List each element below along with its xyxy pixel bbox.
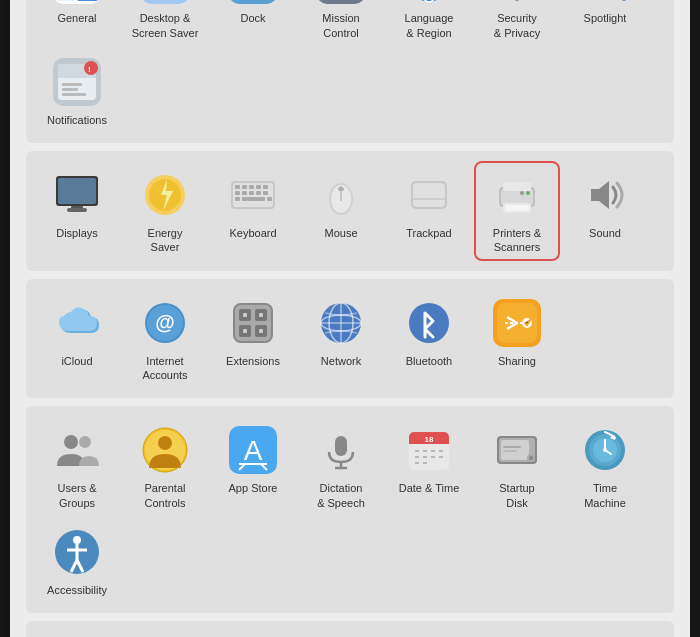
svg-rect-71 [242,197,247,201]
pref-item-general[interactable]: File New One General [34,0,120,46]
section-other: Flash Player NTFS for Mac NTFS forMac OS… [26,621,674,637]
section-internet: iCloud @ InternetAccounts [26,279,674,399]
pref-item-startup-disk[interactable]: StartupDisk [474,416,560,516]
desktop-screensaver-label: Desktop &Screen Saver [132,11,199,40]
language-region-label: Language& Region [405,11,454,40]
spotlight-label: Spotlight [584,11,627,25]
pref-item-notifications[interactable]: ! Notifications [34,48,120,133]
svg-text:!: ! [88,65,91,74]
pref-item-mission-control[interactable]: MissionControl [298,0,384,46]
svg-rect-79 [413,183,445,207]
svg-rect-65 [235,191,240,195]
svg-rect-47 [62,83,82,86]
sharing-label: Sharing [498,354,536,368]
date-time-icon: 18 [403,424,455,476]
app-store-label: App Store [229,481,278,495]
preferences-content: File New One General [10,0,690,637]
pref-item-dock[interactable]: Dock [210,0,296,46]
svg-point-87 [526,191,530,195]
dictation-speech-label: Dictation& Speech [317,481,365,510]
pref-item-sharing[interactable]: Sharing [474,289,560,389]
section-system: Users &Groups ParentalControls [26,406,674,613]
pref-item-parental-controls[interactable]: ParentalControls [122,416,208,516]
pref-item-date-time[interactable]: 18 Date & Time [386,416,472,516]
pref-item-dictation-speech[interactable]: Dictation& Speech [298,416,384,516]
pref-item-printers-scanners[interactable]: Printers &Scanners [474,161,560,261]
pref-item-security-privacy[interactable]: Security& Privacy [474,0,560,46]
pref-item-internet-accounts[interactable]: @ InternetAccounts [122,289,208,389]
pref-item-extensions[interactable]: Extensions [210,289,296,389]
icloud-label: iCloud [61,354,92,368]
energy-saver-icon [139,169,191,221]
svg-rect-15 [229,0,277,4]
pref-item-spotlight[interactable]: Spotlight [562,0,648,46]
pref-item-icloud[interactable]: iCloud [34,289,120,389]
pref-item-trackpad[interactable]: Trackpad [386,161,472,261]
section-personal: File New One General [26,0,674,143]
system-preferences-window: ‹ › System Preferences 🔍 ✖ [10,0,690,637]
security-privacy-label: Security& Privacy [494,11,540,40]
pref-item-keyboard[interactable]: Keyboard [210,161,296,261]
svg-text:A: A [244,435,263,466]
icloud-icon [51,297,103,349]
internet-accounts-label: InternetAccounts [142,354,187,383]
trackpad-icon [403,169,455,221]
pref-item-mouse[interactable]: Mouse [298,161,384,261]
svg-rect-143 [503,446,521,448]
svg-point-111 [64,435,78,449]
svg-rect-70 [235,197,240,201]
printers-scanners-icon [491,169,543,221]
svg-text:@: @ [155,311,175,333]
svg-point-112 [79,436,91,448]
pref-item-network[interactable]: Network [298,289,384,389]
svg-point-77 [338,187,344,191]
pref-item-ntfs-mac[interactable]: NTFS for Mac NTFS forMac OS X [122,631,208,637]
svg-text:18: 18 [425,435,434,444]
spotlight-icon [579,0,631,6]
pref-item-energy-saver[interactable]: EnergySaver [122,161,208,261]
pref-item-desktop-screensaver[interactable]: Desktop &Screen Saver [122,0,208,46]
dictation-speech-icon [315,424,367,476]
app-store-icon: A [227,424,279,476]
pref-item-displays[interactable]: Displays [34,161,120,261]
svg-point-153 [73,536,81,544]
svg-rect-63 [256,185,261,189]
pref-item-time-machine[interactable]: TimeMachine [562,416,648,516]
trackpad-label: Trackpad [406,226,451,240]
pref-item-users-groups[interactable]: Users &Groups [34,416,120,516]
svg-rect-144 [503,450,517,452]
startup-disk-label: StartupDisk [499,481,534,510]
svg-rect-69 [263,191,268,195]
internet-accounts-icon: @ [139,297,191,349]
mission-control-label: MissionControl [322,11,359,40]
pref-item-flash-player[interactable]: Flash Player [34,631,120,637]
svg-rect-73 [267,197,272,201]
displays-label: Displays [56,226,98,240]
printers-scanners-label: Printers &Scanners [493,226,541,255]
svg-rect-98 [243,313,247,317]
accessibility-label: Accessibility [47,583,107,597]
sharing-icon [491,297,543,349]
svg-rect-53 [58,178,96,204]
pref-item-sound[interactable]: Sound [562,161,648,261]
notifications-label: Notifications [47,113,107,127]
pref-item-bluetooth[interactable]: Bluetooth [386,289,472,389]
bluetooth-icon [403,297,455,349]
pref-item-language-region[interactable]: Language& Region [386,0,472,46]
svg-rect-55 [67,208,87,212]
network-icon [315,297,367,349]
svg-rect-2 [56,0,75,1]
pref-item-app-store[interactable]: A App Store [210,416,296,516]
mouse-label: Mouse [324,226,357,240]
extensions-label: Extensions [226,354,280,368]
svg-rect-48 [62,88,78,91]
svg-rect-72 [247,197,265,201]
svg-point-115 [158,436,172,450]
users-groups-label: Users &Groups [57,481,96,510]
dock-icon [227,0,279,6]
dock-label: Dock [240,11,265,25]
pref-item-accessibility[interactable]: Accessibility [34,518,120,603]
time-machine-icon [579,424,631,476]
general-label: General [57,11,96,25]
svg-rect-101 [259,329,263,333]
